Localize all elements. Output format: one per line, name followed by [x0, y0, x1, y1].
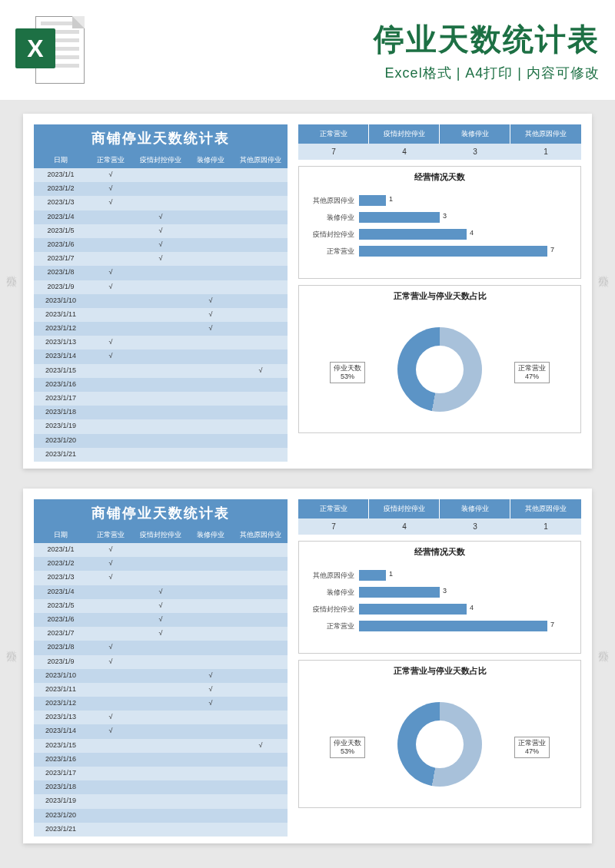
cell-check [134, 266, 188, 280]
cell-check [88, 419, 134, 433]
donut-closed-name: 停业天数 [334, 364, 361, 373]
bar-fill [359, 229, 467, 240]
cell-check [134, 655, 188, 669]
cell-date: 2023/1/13 [34, 336, 88, 350]
cell-date: 2023/1/15 [34, 364, 88, 378]
cell-check: √ [134, 210, 188, 224]
table-row: 2023/1/11√ [34, 683, 288, 697]
bar-category-label: 装修停业 [302, 588, 354, 598]
donut-chart-body: 停业天数 53% 正常营业 47% [299, 306, 580, 432]
charts-panel: 正常营业 疫情封控停业 装修停业 其他原因停业 7 4 3 1 经营情况天数 其… [298, 124, 581, 458]
cell-date: 2023/1/21 [34, 448, 88, 462]
table-row: 2023/1/9√ [34, 655, 288, 669]
cell-check [188, 823, 234, 837]
table-row: 2023/1/8√ [34, 266, 288, 280]
sum-h-0: 正常营业 [298, 499, 369, 518]
donut-label-closed: 停业天数 53% [330, 362, 365, 383]
cell-date: 2023/1/12 [34, 322, 88, 336]
cell-check [134, 336, 188, 350]
cell-check [188, 378, 234, 392]
sum-v-1: 4 [369, 144, 440, 160]
cell-check: √ [88, 182, 134, 196]
cell-check [188, 196, 234, 210]
cell-date: 2023/1/10 [34, 669, 88, 683]
cell-check [234, 238, 288, 252]
bar-track: 1 [359, 195, 574, 206]
cell-check: √ [88, 711, 134, 724]
bar-chart-title: 经营情况天数 [299, 167, 580, 187]
cell-check [234, 224, 288, 238]
cell-date: 2023/1/5 [34, 224, 88, 238]
donut-chart: 正常营业与停业天数占比 停业天数 53% 正常营业 47% [298, 660, 581, 808]
cell-check: √ [134, 613, 188, 627]
cell-check: √ [88, 655, 134, 669]
table-body: 2023/1/1√2023/1/2√2023/1/3√2023/1/4√2023… [34, 543, 288, 837]
cell-check [188, 168, 234, 182]
cell-check [234, 599, 288, 613]
table-row: 2023/1/14√ [34, 724, 288, 738]
cell-check [188, 280, 234, 294]
cell-check: √ [88, 571, 134, 585]
cell-date: 2023/1/11 [34, 308, 88, 322]
donut-ring [397, 327, 482, 412]
cell-check [234, 434, 288, 448]
bar-track: 4 [359, 604, 574, 615]
cell-date: 2023/1/8 [34, 641, 88, 654]
cell-check [134, 669, 188, 683]
cell-check [88, 794, 134, 808]
cell-check [134, 794, 188, 808]
cell-date: 2023/1/13 [34, 711, 88, 724]
cell-date: 2023/1/16 [34, 753, 88, 767]
bar-track: 7 [359, 621, 574, 631]
cell-date: 2023/1/5 [34, 599, 88, 613]
bar-chart-body: 其他原因停业1装修停业3疫情封控停业4正常营业7 [299, 187, 580, 278]
bar-track: 4 [359, 229, 574, 240]
table-row: 2023/1/5√ [34, 599, 288, 613]
bar-value-label: 4 [470, 604, 474, 611]
cell-check [88, 364, 134, 378]
bar-fill [359, 195, 386, 206]
cell-check [234, 210, 288, 224]
col-covid: 疫情封控停业 [134, 527, 188, 543]
cell-check [88, 697, 134, 711]
col-reno: 装修停业 [188, 152, 234, 168]
table-title: 商铺停业天数统计表 [34, 124, 288, 152]
bar-row: 装修停业3 [302, 209, 574, 226]
cell-check [88, 434, 134, 448]
col-other: 其他原因停业 [234, 152, 288, 168]
cell-check [234, 794, 288, 808]
cell-date: 2023/1/10 [34, 294, 88, 308]
bar-value-label: 1 [389, 570, 393, 578]
cell-check [234, 724, 288, 738]
bar-category-label: 疫情封控停业 [302, 605, 354, 615]
cell-date: 2023/1/9 [34, 280, 88, 294]
cell-date: 2023/1/9 [34, 655, 88, 669]
cell-check [88, 322, 134, 336]
cell-date: 2023/1/1 [34, 543, 88, 557]
cell-check [188, 448, 234, 462]
cell-check [88, 739, 134, 753]
cell-check: √ [188, 697, 234, 711]
table-row: 2023/1/2√ [34, 182, 288, 196]
donut-open-pct: 47% [518, 373, 546, 381]
cell-check: √ [134, 252, 188, 266]
table-row: 2023/1/21 [34, 448, 288, 462]
donut-chart-title: 正常营业与停业天数占比 [299, 286, 580, 306]
col-covid: 疫情封控停业 [134, 152, 188, 168]
table-row: 2023/1/4√ [34, 210, 288, 224]
cell-check [188, 585, 234, 599]
cell-check [188, 238, 234, 252]
preview-container: 熊猫办公 熊猫办公 商铺停业天数统计表 日期 正常营业 疫情封控停业 装修停业 … [0, 100, 615, 857]
cell-check: √ [188, 322, 234, 336]
table-row: 2023/1/16 [34, 753, 288, 767]
table-row: 2023/1/3√ [34, 571, 288, 585]
cell-check [134, 294, 188, 308]
table-row: 2023/1/17 [34, 767, 288, 780]
table-row: 2023/1/8√ [34, 641, 288, 654]
bar-value-label: 3 [443, 212, 447, 220]
cell-check [234, 571, 288, 585]
table-row: 2023/1/12√ [34, 322, 288, 336]
cell-check [134, 697, 188, 711]
cell-date: 2023/1/2 [34, 557, 88, 571]
cell-check [234, 266, 288, 280]
